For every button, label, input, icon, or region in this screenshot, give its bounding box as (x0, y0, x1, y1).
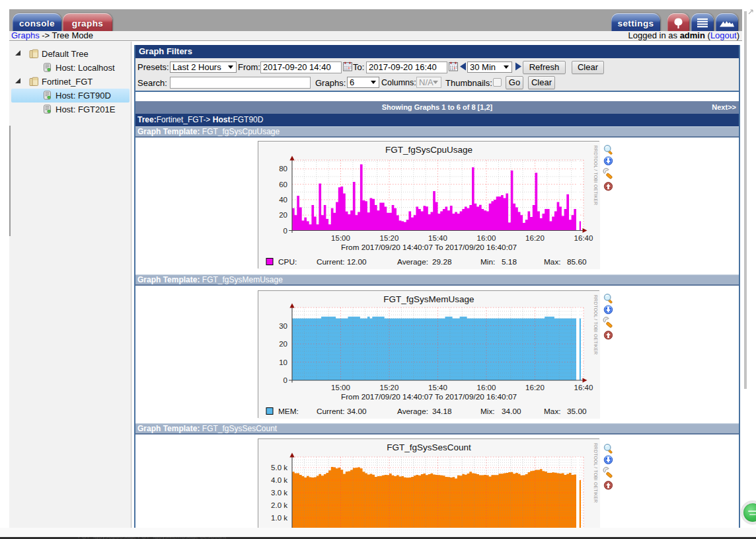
svg-text:3.0 k: 3.0 k (271, 489, 287, 497)
svg-text:85.60: 85.60 (567, 257, 587, 267)
svg-text:5.18: 5.18 (502, 257, 517, 267)
svg-text:16:00: 16:00 (477, 384, 496, 392)
svg-text:From 2017/09/20 14:40:07 To 20: From 2017/09/20 14:40:07 To 2017/09/20 1… (341, 392, 517, 401)
svg-text:15:40: 15:40 (428, 384, 447, 392)
svg-text:60: 60 (279, 181, 287, 188)
svg-text:15:40: 15:40 (428, 234, 447, 242)
svg-text:Max:: Max: (544, 257, 561, 267)
svg-text:From 2017/09/20 14:40:07 To 20: From 2017/09/20 14:40:07 To 2017/09/20 1… (341, 243, 517, 252)
svg-text:20: 20 (279, 211, 287, 219)
svg-text:Max:: Max: (544, 407, 561, 416)
svg-text:16:00: 16:00 (477, 234, 496, 242)
svg-text:10: 10 (279, 358, 287, 366)
svg-text:0: 0 (284, 376, 287, 384)
svg-text:4.0 k: 4.0 k (271, 476, 287, 484)
svg-text:CPU:: CPU: (278, 257, 297, 267)
svg-text:16:40: 16:40 (574, 234, 593, 242)
svg-text:34.18: 34.18 (432, 407, 452, 416)
svg-text:FGT_fgSysCpuUsage: FGT_fgSysCpuUsage (385, 145, 472, 155)
svg-text:34.00: 34.00 (502, 407, 521, 416)
svg-text:15:00: 15:00 (331, 234, 350, 242)
svg-text:Current:: Current: (317, 407, 345, 416)
svg-text:40: 40 (279, 196, 287, 204)
svg-text:16:20: 16:20 (525, 384, 545, 392)
svg-text:RRDTOOL / TOBI OETIKER: RRDTOOL / TOBI OETIKER (593, 295, 598, 354)
svg-text:80: 80 (279, 165, 287, 173)
svg-text:15:20: 15:20 (380, 234, 399, 242)
svg-text:Average:: Average: (397, 407, 428, 416)
svg-text:16:20: 16:20 (525, 234, 545, 242)
svg-text:Current:: Current: (317, 257, 345, 267)
svg-text:RRDTOOL / TOBI OETIKER: RRDTOOL / TOBI OETIKER (593, 443, 598, 503)
svg-text:1.0 k: 1.0 k (271, 514, 287, 522)
svg-text:2.0 k: 2.0 k (271, 501, 287, 509)
svg-text:16:40: 16:40 (574, 384, 593, 392)
svg-text:MEM:: MEM: (278, 407, 299, 416)
svg-text:Average:: Average: (397, 257, 428, 267)
svg-text:Mix:: Mix: (480, 407, 495, 416)
svg-text:RRDTOOL / TOBI OETIKER: RRDTOOL / TOBI OETIKER (593, 145, 598, 205)
svg-text:15:20: 15:20 (380, 384, 399, 392)
svg-text:35.00: 35.00 (567, 407, 587, 416)
svg-text:30: 30 (279, 322, 287, 330)
svg-text:5.0 k: 5.0 k (271, 464, 287, 472)
svg-text:15:00: 15:00 (331, 384, 350, 392)
svg-text:0: 0 (284, 227, 287, 235)
svg-text:20: 20 (279, 340, 287, 348)
svg-text:FGT_fgSysSesCount: FGT_fgSysSesCount (387, 442, 471, 452)
svg-text:Min:: Min: (480, 257, 495, 267)
svg-text:FGT_fgSysMemUsage: FGT_fgSysMemUsage (383, 294, 474, 304)
svg-text:34.00: 34.00 (347, 407, 367, 416)
svg-text:29.28: 29.28 (432, 257, 452, 267)
svg-text:12.00: 12.00 (347, 257, 367, 267)
